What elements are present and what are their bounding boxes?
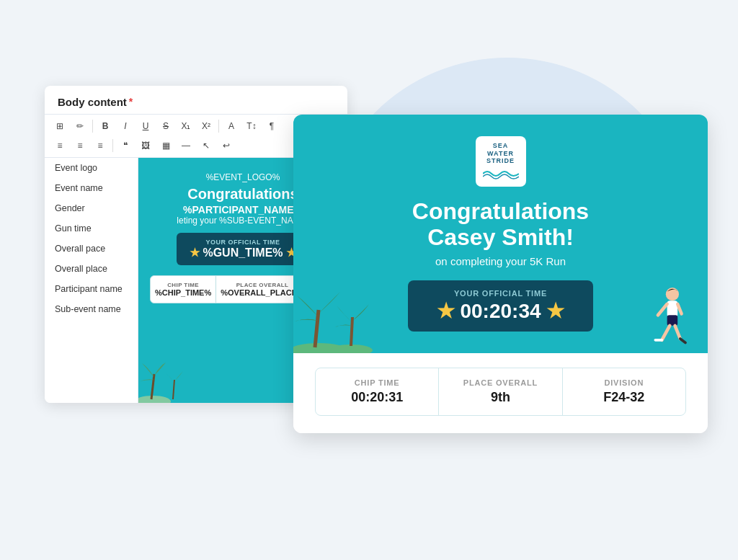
toolbar-align-left-btn[interactable]: ≡: [50, 137, 69, 154]
logo-line1: SEAWATERSTRIDE: [486, 142, 515, 165]
card-congratulations-name: Casey Smith!: [427, 224, 574, 251]
toolbar-hr-btn[interactable]: —: [177, 137, 195, 154]
svg-line-12: [662, 326, 670, 340]
card-time-label: YOUR OFFICIAL TIME: [437, 289, 565, 298]
dropdown-item-event-name[interactable]: Event name: [45, 178, 138, 198]
card-time-value: ★ 00:20:34 ★: [437, 299, 565, 323]
toolbar-undo-btn[interactable]: ↩: [217, 137, 236, 154]
main-preview-card: SEAWATERSTRIDE Congratulations Casey Smi…: [293, 115, 708, 434]
stat-division: DIVISION F24-32: [563, 368, 685, 415]
toolbar-underline-btn[interactable]: U: [136, 117, 155, 135]
svg-line-15: [680, 339, 685, 342]
toolbar-table-btn[interactable]: ▦: [156, 137, 175, 154]
svg-line-1: [151, 374, 154, 399]
toolbar-sep-3: [112, 139, 113, 152]
preview-completing-text: leting your %SUB-EVENT_NAM…: [177, 215, 308, 226]
svg-line-14: [675, 326, 680, 339]
chip-time-value: 00:20:31: [323, 390, 431, 405]
dropdown-item-participant-name[interactable]: Participant name: [45, 279, 138, 299]
toolbar-align-center-btn[interactable]: ≡: [71, 137, 89, 154]
editor-title: Body content *: [58, 96, 334, 108]
toolbar-align-right-btn[interactable]: ≡: [91, 137, 110, 154]
toolbar-subscript-btn[interactable]: X₁: [177, 117, 195, 135]
runner-figure-icon: [636, 281, 693, 353]
preview-stat-chip-time: CHIP TIME %CHIP_TIME%: [151, 276, 216, 303]
card-top-section: SEAWATERSTRIDE Congratulations Casey Smi…: [293, 115, 708, 354]
toolbar-sep-1: [92, 120, 93, 133]
toolbar-italic-btn[interactable]: I: [116, 117, 135, 135]
card-time-box: YOUR OFFICIAL TIME ★ 00:20:34 ★: [408, 280, 594, 332]
card-congratulations-line1: Congratulations: [412, 198, 589, 225]
star-right-icon: ★: [546, 300, 564, 322]
division-value: F24-32: [570, 390, 678, 405]
preview-time-label: YOUR OFFICIAL TIME: [190, 239, 296, 246]
preview-event-logo-placeholder: %EVENT_LOGO%: [206, 172, 280, 182]
official-time: 00:20:34: [460, 300, 546, 322]
stat-chip-time: CHIP TIME 00:20:31: [316, 368, 439, 415]
toolbar-fontsize-btn[interactable]: T↕: [242, 117, 261, 135]
svg-line-6: [351, 317, 352, 346]
variable-dropdown[interactable]: Event logo Event name Gender Gun time Ov…: [45, 158, 138, 403]
palm-trees-large-icon: [293, 281, 380, 353]
svg-line-10: [658, 304, 667, 315]
event-logo: SEAWATERSTRIDE: [476, 136, 526, 187]
stats-row: CHIP TIME 00:20:31 PLACE OVERALL 9th DIV…: [315, 368, 686, 416]
preview-time-value: ★ %GUN_TIME% ★: [190, 246, 296, 259]
dropdown-item-gun-time[interactable]: Gun time: [45, 218, 138, 239]
preview-time-box: YOUR OFFICIAL TIME ★ %GUN_TIME% ★: [177, 233, 309, 265]
toolbar-sep-2: [218, 120, 219, 133]
editor-header: Body content *: [45, 86, 347, 114]
dropdown-item-overall-place[interactable]: Overall place: [45, 259, 138, 279]
stat-place-overall: PLACE OVERALL 9th: [439, 368, 562, 415]
dropdown-item-event-logo[interactable]: Event logo: [45, 158, 138, 178]
star-left-icon: ★: [437, 300, 455, 322]
toolbar-image-btn[interactable]: 🖼: [136, 137, 155, 154]
card-bottom-section: CHIP TIME 00:20:31 PLACE OVERALL 9th DIV…: [293, 353, 708, 433]
svg-line-5: [315, 310, 319, 347]
svg-line-11: [677, 304, 681, 314]
dropdown-item-gender[interactable]: Gender: [45, 198, 138, 218]
toolbar-strikethrough-btn[interactable]: S: [156, 117, 175, 135]
toolbar-arrow-btn[interactable]: ↖: [197, 137, 215, 154]
preview-congratulations: Congratulations: [187, 185, 298, 203]
dropdown-item-sub-event-name[interactable]: Sub-event name: [45, 299, 138, 319]
required-marker: *: [129, 96, 133, 107]
svg-line-2: [173, 380, 174, 399]
toolbar-superscript-btn[interactable]: X²: [197, 117, 215, 135]
main-container: Body content * ⊞ ✏ B I U S X₁ X² A T↕ ¶: [23, 43, 715, 518]
palm-trees-small-icon: [138, 352, 196, 403]
body-content-label: Body content: [58, 96, 127, 108]
svg-rect-8: [667, 301, 678, 317]
chip-time-label: CHIP TIME: [323, 378, 431, 387]
place-overall-label: PLACE OVERALL: [446, 378, 554, 387]
toolbar-quote-btn[interactable]: ❝: [116, 137, 135, 154]
svg-rect-9: [667, 315, 678, 326]
toolbar-paragraph-btn[interactable]: ¶: [262, 117, 281, 135]
toolbar-fontcolor-btn[interactable]: A: [222, 117, 241, 135]
toolbar-pencil-btn[interactable]: ✏: [71, 117, 89, 135]
dropdown-item-overall-pace[interactable]: Overall pace: [45, 239, 138, 259]
logo-wave-icon: [483, 167, 519, 180]
toolbar-bold-btn[interactable]: B: [96, 117, 115, 135]
place-overall-value: 9th: [446, 390, 554, 405]
svg-point-0: [138, 396, 171, 403]
division-label: DIVISION: [570, 378, 678, 387]
card-completing-text: on completing your 5K Run: [435, 255, 566, 267]
toolbar-format-btn[interactable]: ⊞: [50, 117, 69, 135]
preview-participant-placeholder: %PARTICIPANT_NAME%: [183, 204, 303, 216]
